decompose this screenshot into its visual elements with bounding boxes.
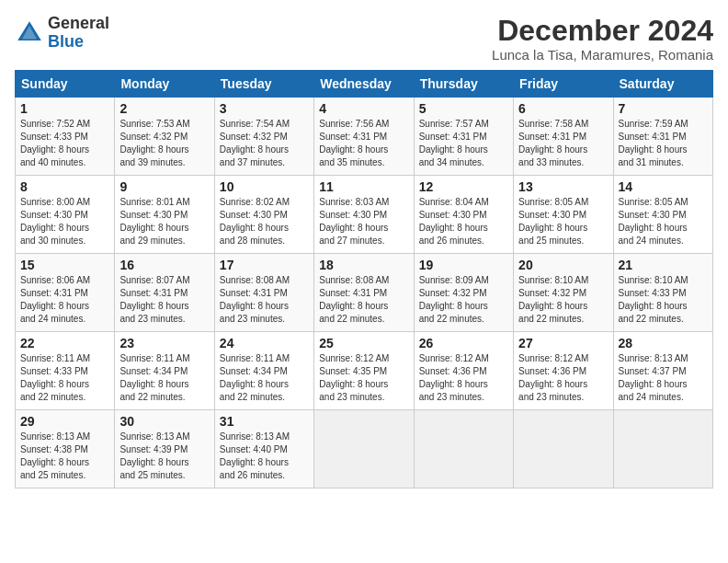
cell-info: Sunrise: 8:13 AM Sunset: 4:39 PM Dayligh… [119, 431, 209, 482]
day-number: 19 [419, 258, 508, 272]
calendar-table: SundayMondayTuesdayWednesdayThursdayFrid… [15, 70, 713, 488]
calendar-cell: 15Sunrise: 8:06 AM Sunset: 4:31 PM Dayli… [16, 254, 115, 332]
day-number: 17 [220, 258, 309, 272]
calendar-cell: 26Sunrise: 8:12 AM Sunset: 4:36 PM Dayli… [414, 332, 513, 410]
cell-info: Sunrise: 8:11 AM Sunset: 4:33 PM Dayligh… [20, 352, 109, 404]
calendar-cell: 4Sunrise: 7:56 AM Sunset: 4:31 PM Daylig… [314, 98, 414, 176]
cell-info: Sunrise: 7:52 AM Sunset: 4:33 PM Dayligh… [20, 118, 109, 169]
cell-info: Sunrise: 7:53 AM Sunset: 4:32 PM Dayligh… [119, 118, 209, 169]
header-thursday: Thursday [414, 71, 513, 98]
logo-text: General Blue [48, 15, 109, 52]
cell-info: Sunrise: 8:12 AM Sunset: 4:36 PM Dayligh… [419, 352, 508, 404]
calendar-cell: 11Sunrise: 8:03 AM Sunset: 4:30 PM Dayli… [314, 176, 414, 254]
logo-general: General [48, 14, 109, 32]
day-number: 12 [419, 179, 508, 194]
calendar-cell: 9Sunrise: 8:01 AM Sunset: 4:30 PM Daylig… [115, 176, 214, 254]
cell-info: Sunrise: 8:12 AM Sunset: 4:36 PM Dayligh… [518, 352, 608, 404]
day-number: 18 [319, 258, 408, 272]
cell-info: Sunrise: 7:58 AM Sunset: 4:31 PM Dayligh… [518, 118, 608, 169]
logo-icon [15, 18, 44, 48]
day-number: 8 [20, 179, 109, 194]
day-number: 5 [419, 101, 508, 116]
cell-info: Sunrise: 8:05 AM Sunset: 4:30 PM Dayligh… [518, 196, 608, 247]
cell-info: Sunrise: 8:11 AM Sunset: 4:34 PM Dayligh… [119, 352, 209, 404]
calendar-cell: 2Sunrise: 7:53 AM Sunset: 4:32 PM Daylig… [115, 98, 214, 176]
header-sunday: Sunday [16, 71, 115, 98]
day-number: 14 [619, 179, 708, 194]
calendar-cell: 19Sunrise: 8:09 AM Sunset: 4:32 PM Dayli… [414, 254, 513, 332]
calendar-cell: 29Sunrise: 8:13 AM Sunset: 4:38 PM Dayli… [16, 410, 115, 488]
calendar-cell: 22Sunrise: 8:11 AM Sunset: 4:33 PM Dayli… [16, 332, 115, 410]
calendar-cell: 12Sunrise: 8:04 AM Sunset: 4:30 PM Dayli… [414, 176, 513, 254]
calendar-cell: 25Sunrise: 8:12 AM Sunset: 4:35 PM Dayli… [314, 332, 414, 410]
week-row-4: 22Sunrise: 8:11 AM Sunset: 4:33 PM Dayli… [16, 332, 713, 410]
calendar-cell: 18Sunrise: 8:08 AM Sunset: 4:31 PM Dayli… [314, 254, 414, 332]
cell-info: Sunrise: 8:12 AM Sunset: 4:35 PM Dayligh… [319, 352, 408, 404]
cell-info: Sunrise: 7:54 AM Sunset: 4:32 PM Dayligh… [220, 118, 309, 169]
cell-info: Sunrise: 8:08 AM Sunset: 4:31 PM Dayligh… [319, 274, 408, 326]
day-number: 6 [518, 101, 608, 116]
day-number: 30 [119, 414, 209, 429]
calendar-cell: 17Sunrise: 8:08 AM Sunset: 4:31 PM Dayli… [214, 254, 313, 332]
day-number: 27 [518, 336, 608, 350]
cell-info: Sunrise: 8:13 AM Sunset: 4:38 PM Dayligh… [20, 431, 109, 482]
location: Lunca la Tisa, Maramures, Romania [492, 47, 713, 63]
day-number: 31 [220, 414, 309, 429]
day-number: 21 [619, 258, 708, 272]
calendar-cell: 7Sunrise: 7:59 AM Sunset: 4:31 PM Daylig… [613, 98, 712, 176]
day-number: 7 [619, 101, 708, 116]
day-number: 16 [119, 258, 209, 272]
day-number: 3 [220, 101, 309, 116]
cell-info: Sunrise: 8:03 AM Sunset: 4:30 PM Dayligh… [319, 196, 408, 247]
calendar-cell: 13Sunrise: 8:05 AM Sunset: 4:30 PM Dayli… [514, 176, 613, 254]
calendar-cell: 27Sunrise: 8:12 AM Sunset: 4:36 PM Dayli… [514, 332, 613, 410]
header-saturday: Saturday [613, 71, 712, 98]
cell-info: Sunrise: 8:05 AM Sunset: 4:30 PM Dayligh… [619, 196, 708, 247]
day-number: 13 [518, 179, 608, 194]
header-monday: Monday [115, 71, 214, 98]
day-number: 20 [518, 258, 608, 272]
day-number: 9 [119, 179, 209, 194]
title-block: December 2024 Lunca la Tisa, Maramures, … [492, 15, 713, 63]
calendar-cell [514, 410, 613, 488]
calendar-cell [613, 410, 712, 488]
day-number: 23 [119, 336, 209, 350]
calendar-cell: 6Sunrise: 7:58 AM Sunset: 4:31 PM Daylig… [514, 98, 613, 176]
day-number: 4 [319, 101, 408, 116]
week-row-1: 1Sunrise: 7:52 AM Sunset: 4:33 PM Daylig… [16, 98, 713, 176]
day-number: 24 [220, 336, 309, 350]
page-header: General Blue December 2024 Lunca la Tisa… [15, 15, 713, 63]
cell-info: Sunrise: 8:07 AM Sunset: 4:31 PM Dayligh… [119, 274, 209, 326]
week-row-3: 15Sunrise: 8:06 AM Sunset: 4:31 PM Dayli… [16, 254, 713, 332]
calendar-cell [314, 410, 414, 488]
month-title: December 2024 [492, 15, 713, 47]
day-number: 25 [319, 336, 408, 350]
day-number: 2 [119, 101, 209, 116]
day-number: 11 [319, 179, 408, 194]
calendar-cell: 10Sunrise: 8:02 AM Sunset: 4:30 PM Dayli… [214, 176, 313, 254]
calendar-cell: 30Sunrise: 8:13 AM Sunset: 4:39 PM Dayli… [115, 410, 214, 488]
calendar-cell: 20Sunrise: 8:10 AM Sunset: 4:32 PM Dayli… [514, 254, 613, 332]
header-tuesday: Tuesday [214, 71, 313, 98]
cell-info: Sunrise: 8:11 AM Sunset: 4:34 PM Dayligh… [220, 352, 309, 404]
day-number: 1 [20, 101, 109, 116]
cell-info: Sunrise: 8:09 AM Sunset: 4:32 PM Dayligh… [419, 274, 508, 326]
cell-info: Sunrise: 8:04 AM Sunset: 4:30 PM Dayligh… [419, 196, 508, 247]
cell-info: Sunrise: 8:02 AM Sunset: 4:30 PM Dayligh… [220, 196, 309, 247]
calendar-header-row: SundayMondayTuesdayWednesdayThursdayFrid… [16, 71, 713, 98]
calendar-cell: 3Sunrise: 7:54 AM Sunset: 4:32 PM Daylig… [214, 98, 313, 176]
calendar-cell: 14Sunrise: 8:05 AM Sunset: 4:30 PM Dayli… [613, 176, 712, 254]
calendar-cell: 31Sunrise: 8:13 AM Sunset: 4:40 PM Dayli… [214, 410, 313, 488]
week-row-2: 8Sunrise: 8:00 AM Sunset: 4:30 PM Daylig… [16, 176, 713, 254]
calendar-cell: 8Sunrise: 8:00 AM Sunset: 4:30 PM Daylig… [16, 176, 115, 254]
cell-info: Sunrise: 8:01 AM Sunset: 4:30 PM Dayligh… [119, 196, 209, 247]
calendar-cell: 23Sunrise: 8:11 AM Sunset: 4:34 PM Dayli… [115, 332, 214, 410]
header-wednesday: Wednesday [314, 71, 414, 98]
calendar-cell: 21Sunrise: 8:10 AM Sunset: 4:33 PM Dayli… [613, 254, 712, 332]
calendar-cell: 28Sunrise: 8:13 AM Sunset: 4:37 PM Dayli… [613, 332, 712, 410]
cell-info: Sunrise: 8:00 AM Sunset: 4:30 PM Dayligh… [20, 196, 109, 247]
calendar-cell: 1Sunrise: 7:52 AM Sunset: 4:33 PM Daylig… [16, 98, 115, 176]
day-number: 15 [20, 258, 109, 272]
cell-info: Sunrise: 8:06 AM Sunset: 4:31 PM Dayligh… [20, 274, 109, 326]
logo-blue: Blue [48, 32, 84, 51]
